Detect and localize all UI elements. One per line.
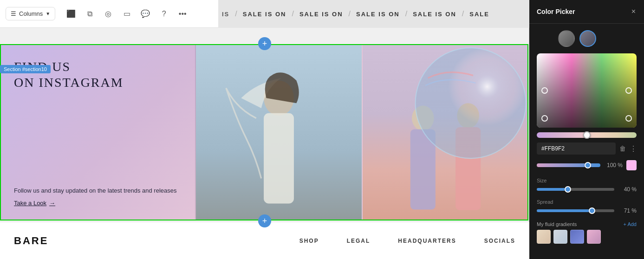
- footer-logo: BARE: [14, 235, 48, 247]
- separator-3: /: [347, 10, 352, 18]
- more-icon: •••: [179, 10, 187, 18]
- spread-value: 71 %: [618, 207, 637, 214]
- columns-label: Columns: [19, 10, 43, 17]
- toolbar-left: ☰ Columns ▼ ⬛ ⧉ ◎ ▭ 💬 ? •••: [0, 6, 196, 22]
- gradient-picker-canvas[interactable]: [537, 53, 637, 128]
- hue-spectrum-handle[interactable]: [583, 131, 591, 139]
- sale-text-2: SALE IS ON: [296, 11, 347, 18]
- separator-4: /: [403, 10, 409, 18]
- toolbar-icons: ⬛ ⧉ ◎ ▭ 💬 ? •••: [63, 6, 191, 22]
- opacity-row: 100 %: [529, 159, 644, 175]
- canvas-area: Section #section10 + FIND US ON INSTAGRA…: [0, 28, 529, 259]
- selected-section-border: [0, 44, 528, 220]
- delete-color-btn[interactable]: 🗑: [619, 145, 626, 152]
- size-slider[interactable]: [537, 188, 614, 191]
- color-picker-panel: Color Picker × #FFB9F2 🗑 ⋮ 100 % Size: [529, 0, 644, 259]
- my-gradients-label: My fluid gradients: [537, 221, 577, 227]
- footer-nav-socials[interactable]: SOCIALS: [484, 238, 515, 244]
- section-badge: Section #section10: [0, 65, 51, 73]
- sale-text-4: SALE IS ON: [409, 11, 460, 18]
- spread-row: 71 %: [529, 207, 644, 218]
- color-more-btn[interactable]: ⋮: [630, 144, 637, 153]
- footer: BARE SHOP LEGAL HEADQUARTERS SOCIALS: [0, 222, 529, 259]
- footer-nav-shop[interactable]: SHOP: [299, 238, 319, 244]
- gradient-handle-bottomleft[interactable]: [541, 115, 548, 122]
- spread-label: Spread: [529, 196, 644, 207]
- color-picker-title: Color Picker: [537, 8, 575, 15]
- sale-text-5: SALE: [466, 11, 493, 18]
- separator-2: /: [290, 10, 295, 18]
- gradient-handle-topright[interactable]: [625, 87, 632, 94]
- duplicate-icon: ⧉: [87, 10, 92, 18]
- sale-text-1: SALE IS ON: [239, 11, 290, 18]
- spread-handle[interactable]: [589, 207, 595, 214]
- footer-nav-headquarters[interactable]: HEADQUARTERS: [398, 238, 456, 244]
- separator-5: /: [460, 10, 466, 18]
- hex-row: #FFB9F2 🗑 ⋮: [529, 138, 644, 159]
- sale-prefix: IS: [218, 11, 233, 18]
- color-presets: [529, 24, 644, 53]
- footer-nav: SHOP LEGAL HEADQUARTERS SOCIALS: [299, 238, 515, 244]
- add-section-top-btn[interactable]: +: [258, 37, 271, 50]
- opacity-slider[interactable]: [537, 163, 600, 167]
- add-gradient-btn[interactable]: + Add: [624, 221, 637, 227]
- hue-spectrum-slider[interactable]: [537, 132, 637, 138]
- add-section-bottom-btn[interactable]: +: [258, 214, 271, 227]
- align-icon: ◎: [105, 9, 111, 18]
- gradient-handle-bottomright[interactable]: [625, 115, 632, 122]
- opacity-handle[interactable]: [585, 162, 591, 168]
- comment-btn[interactable]: 💬: [137, 6, 154, 22]
- preset-gray[interactable]: [558, 30, 575, 47]
- monitor-btn[interactable]: ▭: [118, 6, 135, 22]
- sale-text-3: SALE IS ON: [352, 11, 403, 18]
- gradient-swatch-4[interactable]: [587, 230, 601, 244]
- color-picker-header: Color Picker ×: [529, 0, 644, 24]
- preset-active[interactable]: [579, 30, 596, 47]
- align-btn[interactable]: ◎: [100, 6, 117, 22]
- monitor-icon: ▭: [124, 9, 130, 18]
- comment-icon: 💬: [141, 9, 150, 18]
- gradient-handle-topleft[interactable]: [541, 87, 548, 94]
- separator-1: /: [233, 10, 239, 18]
- gradient-swatch-2[interactable]: [553, 230, 567, 244]
- duplicate-btn[interactable]: ⧉: [81, 6, 98, 22]
- footer-nav-legal[interactable]: LEGAL: [347, 238, 371, 244]
- help-btn[interactable]: ?: [156, 6, 172, 22]
- sidebar-icon: ⬛: [66, 9, 76, 18]
- preset-black[interactable]: [537, 30, 553, 47]
- spread-slider[interactable]: [537, 209, 614, 212]
- sidebar-toggle-btn[interactable]: ⬛: [63, 6, 79, 22]
- size-label: Size: [529, 175, 644, 185]
- size-row: 40 %: [529, 185, 644, 196]
- size-handle[interactable]: [565, 186, 571, 193]
- gradient-swatch-1[interactable]: [537, 230, 551, 244]
- columns-icon: ☰: [11, 10, 16, 17]
- opacity-color-swatch: [626, 160, 637, 170]
- opacity-value: 100 %: [604, 162, 623, 168]
- gradient-swatches: [529, 230, 644, 248]
- chevron-down-icon: ▼: [46, 11, 50, 16]
- gradient-picker-bg: [537, 53, 637, 128]
- gradient-swatch-3[interactable]: [570, 230, 584, 244]
- toolbar: ☰ Columns ▼ ⬛ ⧉ ◎ ▭ 💬 ? •••: [0, 0, 529, 28]
- size-value: 40 %: [618, 186, 637, 193]
- my-gradients-header: My fluid gradients + Add: [529, 218, 644, 230]
- color-picker-close-btn[interactable]: ×: [631, 6, 637, 17]
- hex-input[interactable]: #FFB9F2: [537, 142, 616, 155]
- help-icon: ?: [162, 10, 166, 18]
- columns-dropdown[interactable]: ☰ Columns ▼: [6, 7, 55, 20]
- more-btn[interactable]: •••: [174, 6, 191, 22]
